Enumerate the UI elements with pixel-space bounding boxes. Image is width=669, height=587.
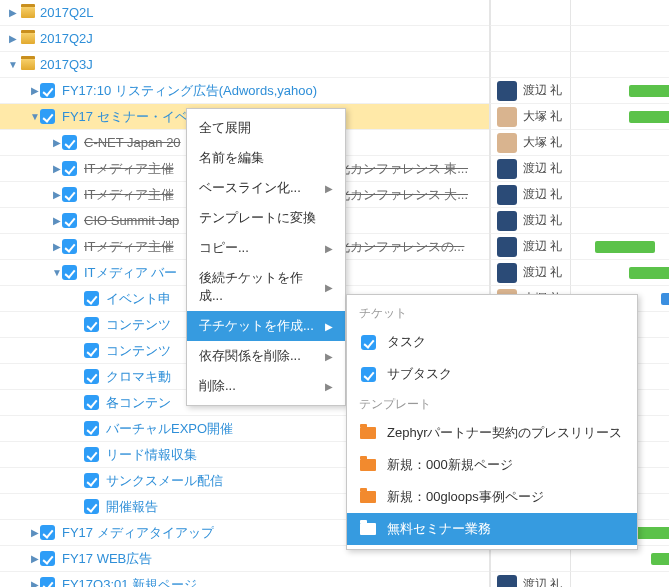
- tree-row[interactable]: ▶FY17Q3:01 新規ページ: [0, 572, 489, 587]
- chevron-right-icon: ▶: [325, 321, 333, 332]
- assignee-name: 渡辺 礼: [523, 160, 562, 177]
- checkbox-icon: [64, 187, 80, 203]
- checkbox-icon: [64, 265, 80, 281]
- gantt-cell: [570, 572, 669, 587]
- tree-label[interactable]: FY17 メディアタイアップ: [62, 524, 214, 542]
- assignee-cell: 渡辺 礼: [490, 234, 570, 260]
- tree-row[interactable]: ▶2017Q2L: [0, 0, 489, 26]
- gantt-bar[interactable]: [595, 241, 655, 253]
- assignee-cell: 渡辺 礼: [490, 572, 570, 587]
- checkbox-icon: [86, 499, 102, 515]
- submenu-item-label: タスク: [387, 333, 426, 351]
- gantt-bar[interactable]: [661, 293, 669, 305]
- folder-icon: [359, 521, 377, 537]
- tree-label[interactable]: サンクスメール配信: [106, 472, 223, 490]
- tree-label[interactable]: FY17 WEB広告: [62, 550, 152, 568]
- chevron-right-icon: ▶: [325, 351, 333, 362]
- tree-label[interactable]: FY17:10 リスティング広告(Adwords,yahoo): [62, 82, 317, 100]
- checkbox-icon: [86, 343, 102, 359]
- assignee-cell: [490, 52, 570, 78]
- gantt-cell: [570, 104, 669, 130]
- submenu-item[interactable]: Zephyrパートナー契約のプレスリリース: [347, 417, 637, 449]
- avatar: [497, 81, 517, 101]
- tree-label[interactable]: 2017Q2L: [40, 5, 94, 20]
- menu-item-label: 依存関係を削除...: [199, 347, 301, 365]
- checkbox-icon: [64, 213, 80, 229]
- submenu-item-label: 無料セミナー業務: [387, 520, 491, 538]
- menu-item-label: 削除...: [199, 377, 236, 395]
- checkbox-icon: [64, 135, 80, 151]
- menu-item[interactable]: テンプレートに変換: [187, 203, 345, 233]
- tree-label[interactable]: ITメディア バー: [84, 264, 177, 282]
- assignee-cell: 渡辺 礼: [490, 78, 570, 104]
- menu-item-label: 後続チケットを作成...: [199, 269, 325, 305]
- checkbox-icon: [42, 551, 58, 567]
- menu-item[interactable]: 依存関係を削除...▶: [187, 341, 345, 371]
- tree-label[interactable]: CIO Summit Jap: [84, 213, 179, 228]
- gantt-cell: [570, 156, 669, 182]
- gantt-cell: [570, 234, 669, 260]
- tree-label[interactable]: コンテンツ: [106, 316, 171, 334]
- submenu-item[interactable]: 新規：00gloops事例ページ: [347, 481, 637, 513]
- gantt-bar[interactable]: [629, 85, 669, 97]
- gantt-bar[interactable]: [651, 553, 669, 565]
- assignee-cell: 渡辺 礼: [490, 208, 570, 234]
- tree-label[interactable]: クロマキ動: [106, 368, 171, 386]
- gantt-cell: [570, 52, 669, 78]
- chevron-right-icon: ▶: [325, 183, 333, 194]
- menu-item-label: 全て展開: [199, 119, 251, 137]
- tree-label[interactable]: C-NET Japan 20: [84, 135, 181, 150]
- tree-label[interactable]: ITメディア主催: [84, 160, 174, 178]
- gantt-bar[interactable]: [629, 111, 669, 123]
- assignee-cell: 大塚 礼: [490, 130, 570, 156]
- gantt-cell: [570, 0, 669, 26]
- tree-label[interactable]: イベント申: [106, 290, 171, 308]
- tree-label[interactable]: ITメディア主催: [84, 186, 174, 204]
- tree-label[interactable]: コンテンツ: [106, 342, 171, 360]
- submenu-item[interactable]: サブタスク: [347, 358, 637, 390]
- tree-label[interactable]: 2017Q2J: [40, 31, 93, 46]
- package-icon: [20, 5, 36, 21]
- menu-item-label: コピー...: [199, 239, 249, 257]
- menu-item[interactable]: コピー...▶: [187, 233, 345, 263]
- menu-item[interactable]: 削除...▶: [187, 371, 345, 401]
- assignee-cell: [490, 26, 570, 52]
- context-submenu: チケットタスクサブタスクテンプレートZephyrパートナー契約のプレスリリース新…: [346, 294, 638, 550]
- submenu-item[interactable]: 無料セミナー業務: [347, 513, 637, 545]
- tree-label[interactable]: 開催報告: [106, 498, 158, 516]
- menu-item[interactable]: ベースライン化...▶: [187, 173, 345, 203]
- chevron-right-icon: ▶: [325, 282, 333, 293]
- avatar: [497, 185, 517, 205]
- tree-label[interactable]: リード情報収集: [106, 446, 197, 464]
- chevron-down-icon[interactable]: ▼: [6, 59, 20, 70]
- tree-label[interactable]: FY17Q3:01 新規ページ: [62, 576, 197, 588]
- assignee-cell: 渡辺 礼: [490, 260, 570, 286]
- tree-row[interactable]: ▶2017Q2J: [0, 26, 489, 52]
- assignee-name: 大塚 礼: [523, 134, 562, 151]
- tree-row[interactable]: ▶FY17:10 リスティング広告(Adwords,yahoo): [0, 78, 489, 104]
- tree-row[interactable]: ▼2017Q3J: [0, 52, 489, 78]
- chevron-right-icon[interactable]: ▶: [6, 33, 20, 44]
- menu-item[interactable]: 子チケットを作成...▶: [187, 311, 345, 341]
- tree-label[interactable]: 2017Q3J: [40, 57, 93, 72]
- checkbox-icon: [42, 577, 58, 588]
- tree-label[interactable]: 各コンテン: [106, 394, 171, 412]
- chevron-right-icon: ▶: [325, 243, 333, 254]
- checkbox-icon: [86, 317, 102, 333]
- checkbox-icon: [86, 291, 102, 307]
- menu-item[interactable]: 後続チケットを作成...▶: [187, 263, 345, 311]
- submenu-item[interactable]: タスク: [347, 326, 637, 358]
- submenu-header: チケット: [347, 299, 637, 326]
- tree-label[interactable]: ITメディア主催: [84, 238, 174, 256]
- checkbox-icon: [359, 334, 377, 350]
- submenu-item[interactable]: 新規：000新規ページ: [347, 449, 637, 481]
- tree-label[interactable]: バーチャルEXPO開催: [106, 420, 233, 438]
- avatar: [497, 263, 517, 283]
- checkbox-icon: [42, 109, 58, 125]
- gantt-bar[interactable]: [629, 267, 669, 279]
- menu-item[interactable]: 名前を編集: [187, 143, 345, 173]
- gantt-cell: [570, 78, 669, 104]
- gantt-cell: [570, 26, 669, 52]
- menu-item[interactable]: 全て展開: [187, 113, 345, 143]
- chevron-right-icon[interactable]: ▶: [6, 7, 20, 18]
